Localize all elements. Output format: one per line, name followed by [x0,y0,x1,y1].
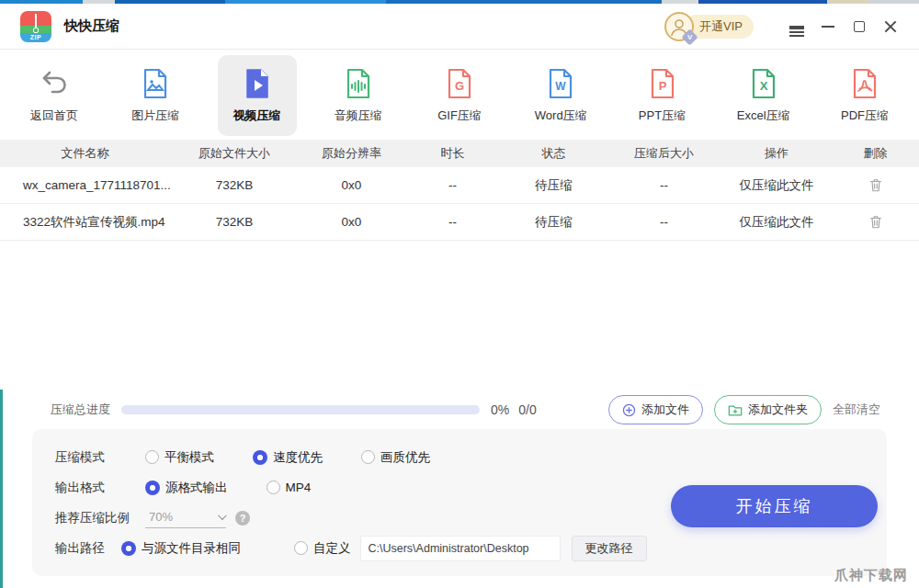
radio-icon [121,541,136,556]
radio-source-format[interactable]: 源格式输出 [145,480,228,496]
output-format-label: 输出格式 [55,480,145,496]
folder-plus-icon [728,403,743,417]
compress-this-file-link[interactable]: 仅压缩此文件 [721,177,832,194]
vip-group[interactable]: V 开通VIP [664,12,754,41]
tab-gif-compress[interactable]: G GIF压缩 [420,55,499,136]
app-logo-icon: ZIP [20,11,51,42]
radio-mp4[interactable]: MP4 [267,481,312,494]
radio-speed-priority[interactable]: 速度优先 [253,449,323,466]
compress-this-file-link[interactable]: 仅压缩此文件 [721,214,832,231]
trash-icon [868,214,883,230]
tab-excel-compress[interactable]: X Excel压缩 [724,55,803,136]
zip-label: ZIP [20,34,51,40]
radio-icon [145,450,159,464]
radio-icon [294,541,308,555]
add-file-button[interactable]: 添加文件 [608,395,703,424]
tab-image-compress[interactable]: 图片压缩 [116,55,195,136]
file-compressed-size: -- [607,215,721,229]
radio-custom-path[interactable]: 自定义 [294,540,351,557]
delete-file-button[interactable] [868,214,883,230]
col-status: 状态 [501,145,607,162]
tab-audio-compress[interactable]: 音频压缩 [319,55,398,136]
ratio-select[interactable]: 70% [145,508,226,528]
site-watermark: 爪神下载网 [834,567,908,584]
help-icon[interactable]: ? [235,511,250,526]
table-header: 文件名称 原始文件大小 原始分辨率 时长 状态 压缩后大小 操作 删除 [0,140,919,167]
titlebar: ZIP 快快压缩 V 开通VIP [0,4,919,50]
zipper-pull [33,28,39,33]
radio-icon [361,450,375,464]
change-path-button[interactable]: 更改路径 [572,536,647,561]
progress-label: 压缩总进度 [51,401,110,418]
table-row: 3322软件站宣传视频.mp4 732KB 0x0 -- 待压缩 -- 仅压缩此… [0,204,919,241]
col-duration: 时长 [404,145,501,162]
toolbar: 返回首页 图片压缩 视频压缩 [0,51,919,140]
compress-mode-label: 压缩模式 [55,449,145,466]
file-status: 待压缩 [501,214,607,231]
ratio-value: 70% [149,510,173,524]
svg-text:G: G [455,79,464,93]
close-button[interactable] [877,13,904,40]
minimize-icon [822,26,834,28]
chevron-down-icon [218,511,227,520]
progress-percent: 0% [491,402,509,417]
svg-text:P: P [658,79,666,93]
delete-file-button[interactable] [868,177,883,193]
trash-icon [868,177,883,193]
radio-icon [145,481,160,495]
gif-file-icon: G [442,66,477,101]
radio-quality-priority[interactable]: 画质优先 [361,449,430,466]
progress-bar [121,405,480,414]
maximize-icon [854,21,865,32]
file-name: 3322软件站宣传视频.mp4 [0,214,170,231]
file-duration: -- [404,178,501,192]
video-file-icon [240,66,275,101]
file-size: 732KB [170,178,299,192]
ratio-label: 推荐压缩比例 [55,510,145,526]
tab-video-compress[interactable]: 视频压缩 [218,55,297,136]
clear-all-button[interactable]: 全部清空 [833,401,880,418]
radio-icon [253,450,267,465]
maximize-button[interactable] [845,13,873,40]
avatar[interactable]: V [664,12,694,41]
col-original-size: 原始文件大小 [170,145,299,162]
col-file-name: 文件名称 [0,145,170,162]
compress-mode-row: 压缩模式 平衡模式 速度优先 画质优先 [55,442,864,472]
file-name: wx_camera_1771118701... [0,178,170,192]
tab-pdf-compress[interactable]: PDF压缩 [825,55,904,136]
image-file-icon [138,66,173,101]
excel-file-icon: X [746,66,781,101]
add-folder-button[interactable]: 添加文件夹 [714,395,822,424]
file-resolution: 0x0 [299,178,404,192]
tab-word-compress[interactable]: W Word压缩 [521,55,600,136]
app-window: ZIP 快快压缩 V 开通VIP [0,0,919,588]
zipper-line [35,14,37,28]
output-path-label: 输出路径 [55,540,121,557]
col-original-resolution: 原始分辨率 [299,145,404,162]
radio-same-as-source[interactable]: 与源文件目录相同 [121,540,241,557]
settings-panel: 压缩模式 平衡模式 速度优先 画质优先 输出格式 源格式输出 MP4 [32,429,887,576]
app-title: 快快压缩 [64,17,119,35]
tab-back-home[interactable]: 返回首页 [15,55,94,136]
radio-icon [267,481,280,494]
col-compressed-size: 压缩后大小 [607,145,721,162]
radio-balanced-mode[interactable]: 平衡模式 [145,449,214,466]
back-icon [37,66,72,101]
close-icon [884,20,897,33]
plus-circle-icon [622,403,636,417]
ppt-file-icon: P [645,66,680,101]
minimize-button[interactable] [814,13,842,40]
svg-text:X: X [759,79,767,93]
table-row: wx_camera_1771118701... 732KB 0x0 -- 待压缩… [0,167,919,204]
col-delete: 删除 [832,145,919,162]
file-resolution: 0x0 [299,215,404,229]
start-compress-button[interactable]: 开始压缩 [671,485,878,527]
file-duration: -- [404,215,501,229]
progress-section: 压缩总进度 0% 0/0 添加文件 添加文件夹 全部 [0,393,919,426]
tab-ppt-compress[interactable]: P PPT压缩 [623,55,702,136]
output-path-row: 输出路径 与源文件目录相同 自定义 更改路径 [55,533,864,563]
menu-button[interactable] [783,13,811,40]
output-path-input[interactable] [360,536,561,561]
file-status: 待压缩 [501,177,607,194]
file-list: wx_camera_1771118701... 732KB 0x0 -- 待压缩… [0,167,919,241]
